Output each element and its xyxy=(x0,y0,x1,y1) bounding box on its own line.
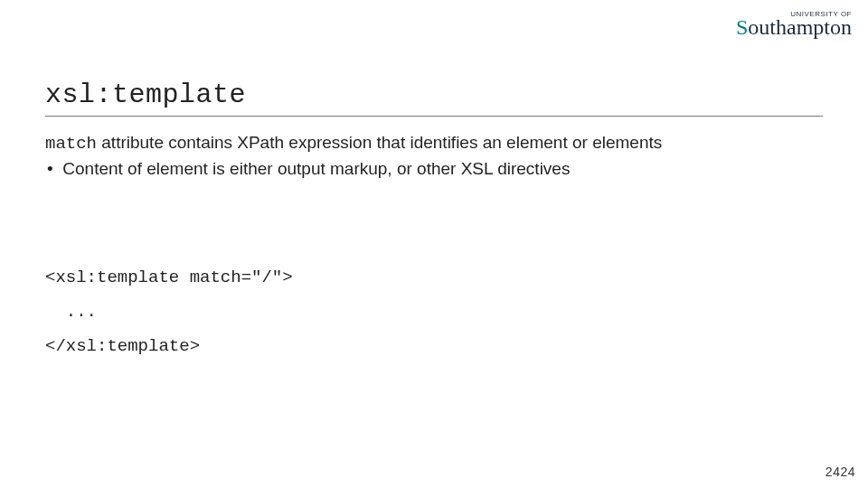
logo-rest: outhampton xyxy=(748,15,852,39)
code-example: <xsl:template match="/"> ... </xsl:templ… xyxy=(45,260,823,363)
bullet-text: Content of element is either output mark… xyxy=(58,159,570,178)
logo-initial: S xyxy=(736,15,748,39)
slide-content: xsl:template match attribute contains XP… xyxy=(45,80,823,363)
code-line-1: <xsl:template match="/"> xyxy=(45,267,293,287)
page-number: 2424 xyxy=(826,465,855,479)
logo-main-text: Southampton xyxy=(736,16,852,38)
bullet-line: • Content of element is either output ma… xyxy=(45,159,823,179)
code-line-3: </xsl:template> xyxy=(45,336,200,356)
match-keyword: match xyxy=(45,134,97,154)
description-text: attribute contains XPath expression that… xyxy=(97,133,662,152)
description-line: match attribute contains XPath expressio… xyxy=(45,133,823,154)
slide-title: xsl:template xyxy=(45,80,823,117)
code-line-2: ... xyxy=(45,302,97,322)
university-logo: UNIVERSITY OF Southampton xyxy=(736,11,852,38)
bullet-dot: • xyxy=(47,159,58,179)
